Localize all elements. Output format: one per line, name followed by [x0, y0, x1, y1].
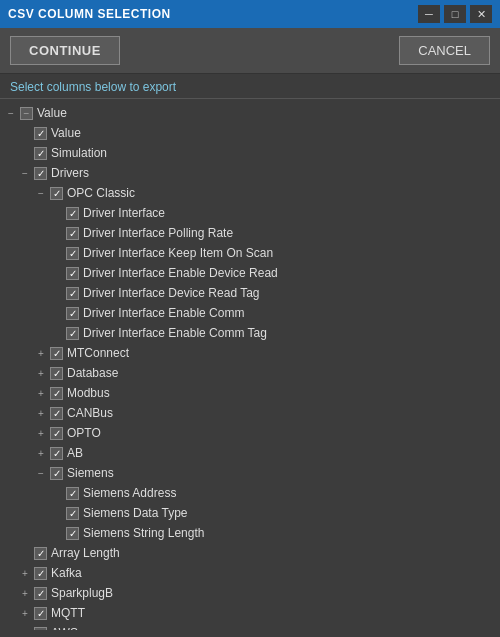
expand-icon[interactable]	[34, 386, 48, 400]
checkbox[interactable]	[34, 607, 47, 620]
list-item[interactable]: Siemens	[2, 463, 496, 483]
item-label: Driver Interface Enable Comm	[83, 306, 244, 320]
list-item[interactable]: Siemens String Length	[2, 523, 496, 543]
expand-icon[interactable]	[18, 606, 32, 620]
list-item[interactable]: Value	[2, 103, 496, 123]
continue-button[interactable]: CONTINUE	[10, 36, 120, 65]
list-item[interactable]: OPTO	[2, 423, 496, 443]
tree-container[interactable]: ValueValueSimulationDriversOPC ClassicDr…	[0, 99, 500, 630]
checkbox[interactable]	[20, 107, 33, 120]
checkbox[interactable]	[50, 187, 63, 200]
list-item[interactable]: SparkplugB	[2, 583, 496, 603]
list-item[interactable]: Kafka	[2, 563, 496, 583]
list-item[interactable]: Driver Interface Enable Comm	[2, 303, 496, 323]
item-label: Drivers	[51, 166, 89, 180]
item-label: MTConnect	[67, 346, 129, 360]
collapse-icon[interactable]	[34, 466, 48, 480]
list-item[interactable]: AB	[2, 443, 496, 463]
list-item[interactable]: Siemens Data Type	[2, 503, 496, 523]
list-item[interactable]: Siemens Address	[2, 483, 496, 503]
list-item[interactable]: Driver Interface Enable Device Read	[2, 263, 496, 283]
leaf-spacer	[50, 326, 64, 340]
checkbox[interactable]	[66, 327, 79, 340]
item-label: AWS	[51, 626, 78, 630]
checkbox[interactable]	[66, 247, 79, 260]
expand-icon[interactable]	[18, 566, 32, 580]
expand-icon[interactable]	[34, 446, 48, 460]
checkbox[interactable]	[34, 627, 47, 631]
checkbox[interactable]	[50, 407, 63, 420]
list-item[interactable]: Value	[2, 123, 496, 143]
checkbox[interactable]	[66, 527, 79, 540]
list-item[interactable]: CANBus	[2, 403, 496, 423]
expand-icon[interactable]	[34, 346, 48, 360]
checkbox[interactable]	[34, 127, 47, 140]
item-label: Driver Interface Device Read Tag	[83, 286, 260, 300]
list-item[interactable]: Driver Interface Enable Comm Tag	[2, 323, 496, 343]
list-item[interactable]: MTConnect	[2, 343, 496, 363]
list-item[interactable]: OPC Classic	[2, 183, 496, 203]
collapse-icon[interactable]	[18, 166, 32, 180]
leaf-spacer	[50, 506, 64, 520]
item-label: Kafka	[51, 566, 82, 580]
leaf-spacer	[50, 226, 64, 240]
checkbox[interactable]	[50, 387, 63, 400]
checkbox[interactable]	[66, 267, 79, 280]
title-bar: CSV COLUMN SELECTION ─ □ ✕	[0, 0, 500, 28]
leaf-spacer	[50, 286, 64, 300]
cancel-button[interactable]: CANCEL	[399, 36, 490, 65]
list-item[interactable]: Simulation	[2, 143, 496, 163]
checkbox[interactable]	[66, 207, 79, 220]
collapse-icon[interactable]	[4, 106, 18, 120]
item-label: Siemens Address	[83, 486, 176, 500]
checkbox[interactable]	[50, 367, 63, 380]
close-button[interactable]: ✕	[470, 5, 492, 23]
checkbox[interactable]	[50, 347, 63, 360]
checkbox[interactable]	[66, 287, 79, 300]
leaf-spacer	[50, 306, 64, 320]
item-label: Siemens Data Type	[83, 506, 188, 520]
checkbox[interactable]	[34, 547, 47, 560]
checkbox[interactable]	[66, 507, 79, 520]
expand-icon[interactable]	[34, 426, 48, 440]
checkbox[interactable]	[50, 427, 63, 440]
list-item[interactable]: Driver Interface Device Read Tag	[2, 283, 496, 303]
item-label: Modbus	[67, 386, 110, 400]
title-bar-controls: ─ □ ✕	[418, 5, 492, 23]
maximize-button[interactable]: □	[444, 5, 466, 23]
list-item[interactable]: MQTT	[2, 603, 496, 623]
checkbox[interactable]	[34, 567, 47, 580]
checkbox[interactable]	[66, 227, 79, 240]
checkbox[interactable]	[34, 167, 47, 180]
checkbox[interactable]	[66, 307, 79, 320]
list-item[interactable]: Modbus	[2, 383, 496, 403]
list-item[interactable]: Driver Interface Keep Item On Scan	[2, 243, 496, 263]
list-item[interactable]: AWS	[2, 623, 496, 630]
list-item[interactable]: Driver Interface Polling Rate	[2, 223, 496, 243]
checkbox[interactable]	[34, 587, 47, 600]
checkbox[interactable]	[66, 487, 79, 500]
checkbox[interactable]	[50, 467, 63, 480]
list-item[interactable]: Array Length	[2, 543, 496, 563]
expand-icon[interactable]	[34, 406, 48, 420]
window-title: CSV COLUMN SELECTION	[8, 7, 171, 21]
item-label: OPC Classic	[67, 186, 135, 200]
expand-icon[interactable]	[18, 586, 32, 600]
leaf-spacer	[50, 486, 64, 500]
list-item[interactable]: Drivers	[2, 163, 496, 183]
item-label: Driver Interface Polling Rate	[83, 226, 233, 240]
expand-icon[interactable]	[34, 366, 48, 380]
checkbox[interactable]	[50, 447, 63, 460]
toolbar: CONTINUE CANCEL	[0, 28, 500, 74]
item-label: Siemens String Length	[83, 526, 204, 540]
minimize-button[interactable]: ─	[418, 5, 440, 23]
item-label: Driver Interface Enable Comm Tag	[83, 326, 267, 340]
list-item[interactable]: Database	[2, 363, 496, 383]
collapse-icon[interactable]	[34, 186, 48, 200]
checkbox[interactable]	[34, 147, 47, 160]
list-item[interactable]: Driver Interface	[2, 203, 496, 223]
item-label: Siemens	[67, 466, 114, 480]
expand-icon[interactable]	[18, 626, 32, 630]
subtitle: Select columns below to export	[0, 74, 500, 99]
leaf-spacer	[18, 126, 32, 140]
